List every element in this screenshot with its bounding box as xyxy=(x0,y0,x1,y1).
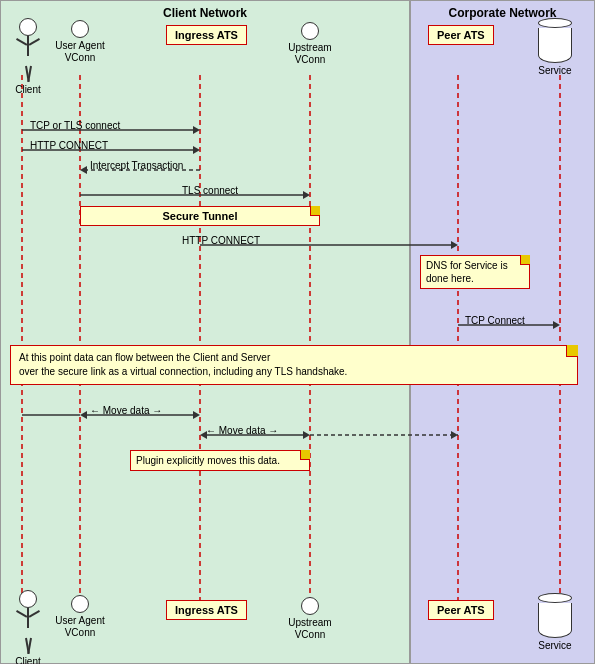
db-body-top xyxy=(538,28,572,63)
label-move-data-2: ← Move data → xyxy=(206,425,278,436)
service-bottom: Service xyxy=(538,593,572,651)
service-db-top xyxy=(538,18,572,63)
client-label-top: Client xyxy=(3,84,53,96)
ingress-ats-box-top: Ingress ATS xyxy=(166,25,247,45)
service-db-bottom xyxy=(538,593,572,638)
client-network-label: Client Network xyxy=(1,1,409,20)
label-tcp-connect: TCP Connect xyxy=(465,315,525,326)
client-label-bottom: Client xyxy=(3,656,53,664)
useragent-label-top: User AgentVConn xyxy=(55,40,105,64)
useragent-head-top xyxy=(71,20,89,38)
dns-note-dogear xyxy=(520,255,530,265)
peer-ats-label-bottom: Peer ATS xyxy=(437,604,485,616)
secure-tunnel-dogear xyxy=(310,206,320,216)
actor-useragent-top: User AgentVConn xyxy=(55,20,105,64)
service-label-top: Service xyxy=(538,65,572,76)
label-http-connect-2: HTTP CONNECT xyxy=(182,235,260,246)
label-move-data-1: ← Move data → xyxy=(90,405,162,416)
peer-ats-box-top: Peer ATS xyxy=(428,25,494,45)
db-body-bottom xyxy=(538,603,572,638)
actor-client-top: Client xyxy=(3,18,53,96)
label-http-connect-1: HTTP CONNECT xyxy=(30,140,108,151)
client-head-bottom xyxy=(19,590,37,608)
upstream-label-bottom: UpstreamVConn xyxy=(280,617,340,641)
data-flow-dogear xyxy=(566,345,578,357)
actor-upstream-bottom: UpstreamVConn xyxy=(280,597,340,641)
dns-note-box: DNS for Service isdone here. xyxy=(420,255,530,289)
client-head-top xyxy=(19,18,37,36)
plugin-note-box: Plugin explicitly moves this data. xyxy=(130,450,310,471)
client-body-bottom xyxy=(15,608,41,638)
useragent-head-bottom xyxy=(71,595,89,613)
peer-ats-label-top: Peer ATS xyxy=(437,29,485,41)
upstream-label-top: UpstreamVConn xyxy=(280,42,340,66)
upstream-head-top xyxy=(301,22,319,40)
actor-client-bottom: Client xyxy=(3,590,53,664)
data-flow-wide-bar: At this point data can flow between the … xyxy=(10,345,578,385)
label-intercept: Intercept Transaction xyxy=(90,160,183,171)
db-top-bottom xyxy=(538,593,572,603)
actor-useragent-bottom: User AgentVConn xyxy=(55,595,105,639)
client-network-zone: Client Network xyxy=(0,0,410,664)
corporate-network-zone: Corporate Network xyxy=(410,0,595,664)
db-top-top xyxy=(538,18,572,28)
secure-tunnel-bar: Secure Tunnel xyxy=(80,206,320,226)
ingress-ats-label-top: Ingress ATS xyxy=(175,29,238,41)
upstream-vconn-top: UpstreamVConn xyxy=(280,22,340,66)
plugin-note-dogear xyxy=(300,450,310,460)
ingress-ats-label-bottom: Ingress ATS xyxy=(175,604,238,616)
label-tcp-tls: TCP or TLS connect xyxy=(30,120,120,131)
secure-tunnel-label: Secure Tunnel xyxy=(163,210,238,222)
label-tls-connect: TLS connect xyxy=(182,185,238,196)
service-top: Service xyxy=(538,18,572,76)
service-label-bottom: Service xyxy=(538,640,572,651)
peer-ats-box-bottom: Peer ATS xyxy=(428,600,494,620)
ingress-ats-box-bottom: Ingress ATS xyxy=(166,600,247,620)
upstream-head-bottom xyxy=(301,597,319,615)
sequence-diagram: Client Network Corporate Network xyxy=(0,0,595,664)
client-body-top xyxy=(15,36,41,82)
useragent-label-bottom: User AgentVConn xyxy=(55,615,105,639)
